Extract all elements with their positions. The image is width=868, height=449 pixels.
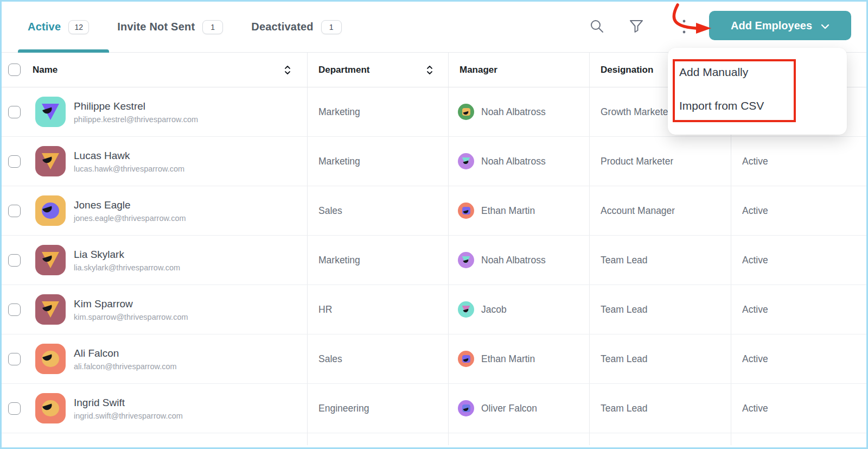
department-value: Marketing [318,255,360,266]
table-row[interactable]: Kim Sparrow kim.sparrow@thrivesparrow.co… [2,285,866,334]
designation-value: Team Lead [601,403,648,414]
department-cell: Marketing [307,137,448,186]
manager-name: Ethan Martin [481,353,535,365]
employee-avatar [35,97,66,127]
employee-avatar [35,294,66,325]
tab-active[interactable]: Active 12 [28,20,89,34]
name-cell: Jones Eagle jones.eagle@thrivesparrow.co… [2,186,307,235]
row-checkbox[interactable] [8,106,21,118]
row-checkbox[interactable] [8,353,21,365]
designation-value: Growth Marketer [601,106,671,118]
employee-avatar [35,146,66,176]
table-row[interactable]: Ingrid Swift ingrid.swift@thrivesparrow.… [2,384,866,433]
status-value: Active [742,255,768,266]
designation-cell: Account Manager [589,186,731,235]
manager-avatar [458,301,474,318]
name-cell: Lia Skylark lia.skylark@thrivesparrow.co… [2,236,307,284]
table-row[interactable]: Jones Eagle jones.eagle@thrivesparrow.co… [2,186,866,236]
employee-email: lia.skylark@thrivesparrow.com [74,263,180,272]
header-cell-department: Department [307,53,448,87]
tab-active-label: Active [28,21,61,33]
tab-invite-not-sent[interactable]: Invite Not Sent 1 [117,20,223,34]
department-value: HR [318,304,332,315]
row-checkbox[interactable] [8,303,21,316]
status-cell: Active [731,334,866,383]
manager-name: Noah Albatross [481,156,546,167]
manager-cell: Ethan Martin [448,186,589,235]
employee-name: Lucas Hawk [74,150,184,162]
designation-value: Team Lead [601,304,648,315]
status-cell: Active [731,137,866,186]
add-employees-dropdown: Add Manually Import from CSV [668,48,847,135]
add-employees-button[interactable]: Add Employees [709,11,851,40]
name-cell: Ali Falcon ali.falcon@thrivesparrow.com [2,334,307,383]
manager-cell: Ethan Martin [448,334,589,383]
tab-deactivated-count-badge: 1 [321,20,342,34]
name-cell: Kim Sparrow kim.sparrow@thrivesparrow.co… [2,285,307,334]
name-cell: Lucas Hawk lucas.hawk@thrivesparrow.com [2,137,307,186]
employee-name: Lia Skylark [74,249,180,261]
manager-avatar [458,400,474,416]
sort-name-icon[interactable] [284,65,291,75]
department-cell: Marketing [307,87,448,136]
employee-name: Philippe Kestrel [74,100,198,112]
row-checkbox[interactable] [8,155,21,168]
filter-icon[interactable] [628,17,645,37]
sort-department-icon[interactable] [426,65,433,75]
designation-cell: Team Lead [589,236,731,284]
department-value: Marketing [318,106,360,118]
tab-deactivated[interactable]: Deactivated 1 [251,20,341,34]
tab-active-count-badge: 12 [68,20,89,34]
manager-avatar [458,351,474,367]
table-row[interactable]: Lucas Hawk lucas.hawk@thrivesparrow.com … [2,137,866,186]
tab-bar: Active 12 Invite Not Sent 1 Deactivated … [28,2,342,52]
kebab-menu-icon[interactable] [682,18,686,38]
row-checkbox[interactable] [8,205,21,217]
designation-value: Account Manager [601,205,675,217]
select-all-checkbox[interactable] [8,64,21,76]
status-value: Active [742,353,768,365]
designation-value: Product Marketer [601,156,673,167]
department-cell: HR [307,285,448,334]
department-cell: Sales [307,334,448,383]
table-row[interactable]: Ali Falcon ali.falcon@thrivesparrow.com … [2,334,866,384]
designation-cell: Product Marketer [589,137,731,186]
manager-cell: Noah Albatross [448,236,589,284]
manager-avatar [458,203,474,219]
employee-name: Jones Eagle [74,199,186,211]
manager-name: Jacob [481,304,507,315]
designation-cell: Team Lead [589,384,731,433]
manager-cell: Noah Albatross [448,87,589,136]
employee-avatar [35,344,66,374]
manager-name: Oliver Falcon [481,403,537,414]
employee-email: philippe.kestrel@thrivesparrow.com [74,115,198,124]
menu-item-import-from-csv[interactable]: Import from CSV [679,99,764,112]
status-value: Active [742,156,768,167]
department-cell: Marketing [307,236,448,284]
status-cell: Active [731,285,866,334]
row-checkbox[interactable] [8,254,21,267]
name-cell: Philippe Kestrel philippe.kestrel@thrive… [2,87,307,136]
designation-cell: Team Lead [589,285,731,334]
designation-value: Team Lead [601,353,648,365]
row-checkbox[interactable] [8,402,21,415]
table-row[interactable]: Lia Skylark lia.skylark@thrivesparrow.co… [2,236,866,285]
search-icon[interactable] [589,18,605,36]
employee-email: ingrid.swift@thrivesparrow.com [74,412,183,420]
menu-item-add-manually[interactable]: Add Manually [679,66,748,79]
designation-cell: Team Lead [589,334,731,383]
tab-invite-not-sent-label: Invite Not Sent [117,21,195,33]
tab-deactivated-label: Deactivated [251,21,313,33]
column-header-department: Department [318,65,369,75]
chevron-down-icon [821,20,829,32]
tab-invite-not-sent-count-badge: 1 [202,20,223,34]
header-cell-manager: Manager [448,53,589,87]
table-filler-row [2,433,866,445]
manager-cell: Noah Albatross [448,137,589,186]
employee-avatar [35,393,66,423]
add-employees-button-label: Add Employees [731,20,812,32]
employee-email: kim.sparrow@thrivesparrow.com [74,313,188,321]
department-value: Marketing [318,156,360,167]
employee-name: Kim Sparrow [74,298,188,310]
manager-cell: Oliver Falcon [448,384,589,433]
